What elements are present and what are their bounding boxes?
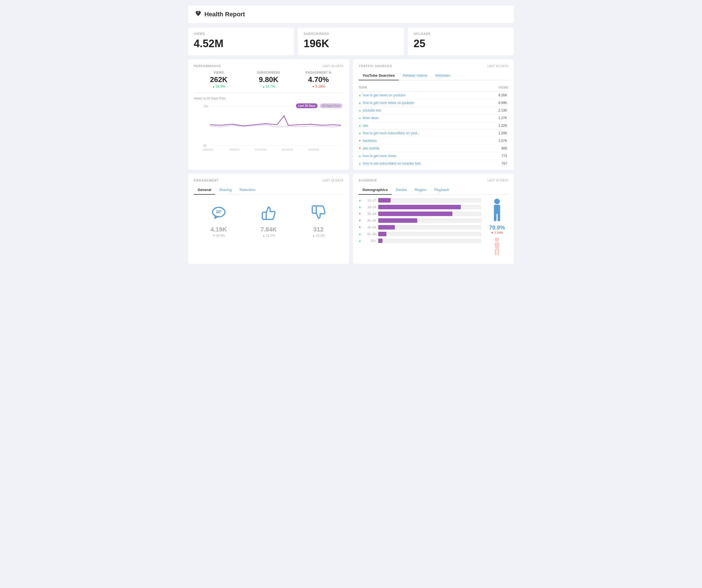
demo-row: ▲ 13–17 <box>359 198 481 203</box>
svg-rect-14 <box>494 213 496 221</box>
tab-region[interactable]: Region <box>411 185 430 195</box>
tab-retention[interactable]: Retention <box>236 185 259 195</box>
demographics-bars: ▲ 13–17 ▲ 18–24 ▼ 25–34 ▼ 35–44 ▼ 45–54 … <box>359 198 481 245</box>
trend-arrow-icon: ▼ <box>359 147 361 150</box>
traffic-term: ▲ brian dean <box>359 116 379 120</box>
main-grid: PERFORMANCE LAST 30 DAYS VIEWS 262K 24.9… <box>188 59 514 170</box>
traffic-views: 866 <box>501 146 507 150</box>
like-icon <box>244 205 294 224</box>
perf-eng-label: ENGAGEMENT % <box>294 71 343 74</box>
traffic-row: ▼ seo tutorial 866 <box>359 145 507 152</box>
tab-device[interactable]: Device <box>392 185 411 195</box>
trend-arrow-icon: ▲ <box>359 124 361 127</box>
stat-value-subscribers: 196K <box>304 38 398 50</box>
svg-text:2/5/2019: 2/5/2019 <box>229 148 239 151</box>
tab-related-videos[interactable]: Related Videos <box>399 71 431 80</box>
bar-container <box>378 218 481 223</box>
svg-point-16 <box>495 237 499 242</box>
trend-icon: ▲ <box>359 239 362 242</box>
age-label: 25–34 <box>365 212 376 215</box>
age-label: 55–64 <box>365 232 376 236</box>
age-label: 35–44 <box>365 219 376 222</box>
audience-tabs: Demographics Device Region Playback <box>359 185 508 195</box>
tab-demographics[interactable]: Demographics <box>359 185 392 195</box>
bar-fill <box>378 198 390 203</box>
bar-fill <box>378 225 395 229</box>
stat-label-subscribers: SUBSCRIBERS <box>304 32 398 35</box>
bar-fill <box>378 211 452 216</box>
tab-sharing[interactable]: Sharing <box>215 185 236 195</box>
traffic-rows-scroll[interactable]: ▲ how to get views on youtube 9.26K ▲ ho… <box>359 92 508 165</box>
perf-views-label: VIEWS <box>194 71 244 74</box>
age-label: 65+ <box>365 239 376 242</box>
up-arrow-icon <box>262 85 266 89</box>
traffic-row: ▲ seo 1.22K <box>359 122 507 129</box>
tab-general[interactable]: General <box>194 185 215 195</box>
age-label: 18–24 <box>365 205 376 209</box>
tab-websites[interactable]: Websites <box>431 71 454 80</box>
trend-icon: ▼ <box>359 212 362 215</box>
stat-label-uploads: UPLOADS <box>414 32 508 35</box>
traffic-views: 8.99K <box>498 101 507 105</box>
trend-icon: ▼ <box>359 226 362 229</box>
dislikes-value: 312 <box>294 226 343 233</box>
male-figure-icon <box>490 198 504 223</box>
traffic-row: ▲ how to get more views 772 <box>359 152 507 160</box>
male-change: 1.24% <box>486 231 508 234</box>
traffic-term: ▲ how to get views on youtube <box>359 93 405 97</box>
trend-arrow-icon: ▲ <box>359 155 361 157</box>
engagement-dislikes: 312 19.1% <box>294 205 343 237</box>
page-title: Health Report <box>205 11 245 18</box>
traffic-views: 1.07K <box>498 139 507 143</box>
audience-title: AUDIENCE <box>359 179 377 182</box>
demo-row: ▼ 25–34 <box>359 211 481 216</box>
stat-card-views: VIEWS 4.52M <box>188 27 294 55</box>
down-arrow-icon <box>491 231 494 234</box>
stat-label-views: VIEWS <box>194 32 288 35</box>
svg-rect-15 <box>497 213 500 221</box>
traffic-table: Term Views ▲ how to get views on youtube… <box>359 85 508 165</box>
bar-fill <box>378 232 386 236</box>
traffic-term: ▲ seo <box>359 124 368 127</box>
traffic-period: LAST 30 DAYS <box>487 65 508 68</box>
chart-container: Last 30 Days 30 Days Prior 20k 0k 1/29/2… <box>194 102 343 154</box>
legend-current: Last 30 Days <box>296 103 318 108</box>
trend-arrow-icon: ▲ <box>359 117 361 119</box>
svg-point-12 <box>494 199 500 204</box>
svg-text:0k: 0k <box>204 144 207 147</box>
traffic-row: ▲ how to get more views on youtube 8.99K <box>359 99 507 107</box>
perf-metric-views: VIEWS 262K 24.9% <box>194 71 244 89</box>
likes-value: 7.84K <box>244 226 294 233</box>
chart-legend: Last 30 Days 30 Days Prior <box>296 103 342 108</box>
perf-metrics: VIEWS 262K 24.9% SUBSCRIBERS 9.80K 15.7%… <box>194 71 343 93</box>
perf-metric-subscribers: SUBSCRIBERS 9.80K 15.7% <box>244 71 294 89</box>
bar-container <box>378 225 481 229</box>
traffic-views: 2.13K <box>498 108 507 112</box>
performance-chart: 20k 0k 1/29/2019 2/5/2019 2/12/2019 2/19… <box>194 102 343 153</box>
traffic-sources-card: TRAFFIC SOURCES LAST 30 DAYS YouTube Sea… <box>353 59 514 170</box>
perf-subs-label: SUBSCRIBERS <box>244 71 294 74</box>
stat-card-subscribers: SUBSCRIBERS 196K <box>298 27 404 55</box>
stats-row: VIEWS 4.52M SUBSCRIBERS 196K UPLOADS 25 <box>188 27 514 55</box>
stat-value-uploads: 25 <box>414 38 508 50</box>
traffic-term: ▲ how to get more views on youtube <box>359 101 414 105</box>
engagement-period: LAST 30 DAYS <box>323 179 343 182</box>
legend-prior: 30 Days Prior <box>320 103 342 108</box>
tab-youtube-searches[interactable]: YouTube Searches <box>359 71 399 80</box>
bar-fill <box>378 205 461 209</box>
svg-rect-13 <box>494 205 500 214</box>
traffic-row: ▼ backlinko 1.07K <box>359 137 507 145</box>
traffic-term: ▲ how to get subscribers on youtube fast <box>359 162 420 165</box>
heart-icon <box>195 10 202 18</box>
demo-row: ▼ 45–54 <box>359 225 481 229</box>
perf-eng-change: 5.16% <box>294 85 343 89</box>
traffic-views: 772 <box>501 154 507 158</box>
audience-content: ▲ 13–17 ▲ 18–24 ▼ 25–34 ▼ 35–44 ▼ 45–54 … <box>359 198 508 259</box>
demo-row: ▲ 55–64 <box>359 232 481 236</box>
traffic-title: TRAFFIC SOURCES <box>359 64 392 68</box>
tab-playback[interactable]: Playback <box>430 185 453 195</box>
stat-value-views: 4.52M <box>194 38 288 50</box>
svg-text:2/19/2019: 2/19/2019 <box>281 148 292 151</box>
trend-icon: ▲ <box>359 232 362 235</box>
svg-text:20k: 20k <box>204 104 209 108</box>
